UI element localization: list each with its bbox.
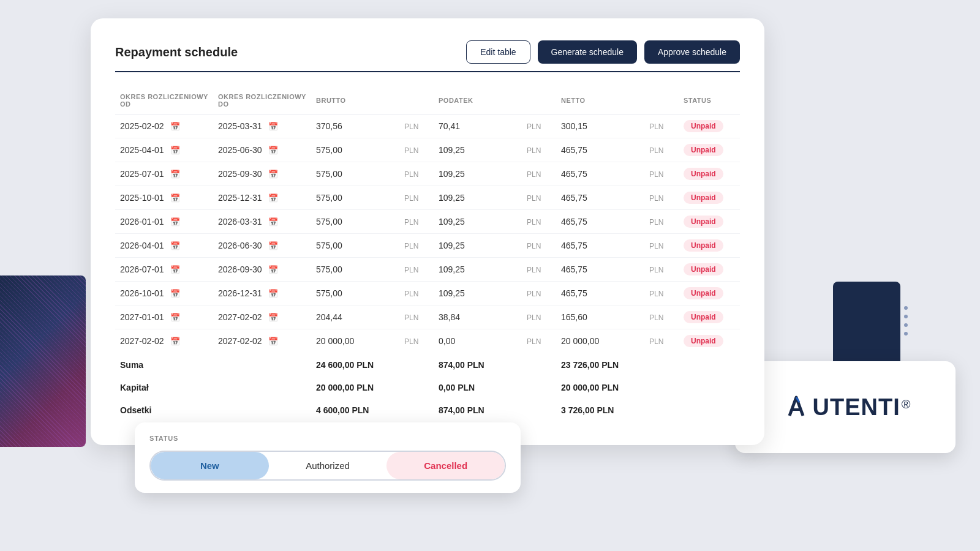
generate-schedule-button[interactable]: Generate schedule [538,40,637,64]
table-row: 2027-01-01 📅 2027-02-02 📅 204,44 PLN 38,… [115,305,740,329]
status-badge-1: Unpaid [684,144,723,156]
summary-brutto-1: 20 000,00 PLN [311,375,434,398]
autenti-card: UTENTI ® [735,361,956,453]
summary-empty-2 [213,398,311,421]
cell-to-0: 2025-03-31 📅 [213,114,311,138]
cell-status-0: Unpaid [679,114,740,138]
bg-right-dots [904,306,908,335]
cell-netto-9: 20 000,00 [556,329,642,353]
cell-status-7: Unpaid [679,282,740,305]
cell-to-1: 2025-06-30 📅 [213,138,311,162]
calendar-from-icon-6[interactable]: 📅 [170,265,180,274]
calendar-to-icon-6[interactable]: 📅 [268,265,278,274]
bg-left-overlay [0,276,86,447]
calendar-to-icon-0[interactable]: 📅 [268,122,278,131]
cell-brutto-4: 575,00 [311,210,397,234]
table-row: 2025-02-02 📅 2025-03-31 📅 370,56 PLN 70,… [115,114,740,138]
cell-netto-3: 465,75 [556,186,642,210]
summary-netto-1: 20 000,00 PLN [556,375,740,398]
summary-podatek-1: 0,00 PLN [434,375,556,398]
autenti-logo: UTENTI ® [781,392,910,422]
status-badge-4: Unpaid [684,216,723,228]
cell-podatek-4: 109,25 [434,210,519,234]
calendar-to-icon-8[interactable]: 📅 [268,313,278,322]
table-row: 2026-04-01 📅 2026-06-30 📅 575,00 PLN 109… [115,234,740,258]
summary-row-odsetki: Odsetki 4 600,00 PLN 874,00 PLN 3 726,00… [115,398,740,421]
cell-podatek-pln-0: PLN [519,114,556,138]
calendar-to-icon-2[interactable]: 📅 [268,170,278,179]
calendar-from-icon-4[interactable]: 📅 [170,217,180,227]
status-new-button[interactable]: New [151,452,269,479]
cell-from-1: 2025-04-01 📅 [115,138,213,162]
calendar-to-icon-5[interactable]: 📅 [268,241,278,250]
summary-brutto-0: 24 600,00 PLN [311,353,434,375]
cell-to-2: 2025-09-30 📅 [213,162,311,186]
col-header-brutto: BRUTTO [311,89,397,114]
cell-podatek-8: 38,84 [434,305,519,329]
cell-to-6: 2026-09-30 📅 [213,258,311,282]
cell-brutto-pln-4: PLN [397,210,434,234]
summary-row-kapitał: Kapitał 20 000,00 PLN 0,00 PLN 20 000,00… [115,375,740,398]
calendar-from-icon-8[interactable]: 📅 [170,313,180,322]
cell-netto-pln-8: PLN [642,305,679,329]
cell-netto-6: 465,75 [556,258,642,282]
edit-table-button[interactable]: Edit table [466,40,530,64]
header-buttons: Edit table Generate schedule Approve sch… [466,40,740,64]
cell-status-8: Unpaid [679,305,740,329]
calendar-from-icon-1[interactable]: 📅 [170,146,180,155]
cell-brutto-6: 575,00 [311,258,397,282]
summary-brutto-2: 4 600,00 PLN [311,398,434,421]
cell-netto-pln-5: PLN [642,234,679,258]
status-badge-2: Unpaid [684,168,723,180]
cell-status-6: Unpaid [679,258,740,282]
cell-from-9: 2027-02-02 📅 [115,329,213,353]
calendar-to-icon-1[interactable]: 📅 [268,146,278,155]
autenti-text: UTENTI [813,394,900,421]
calendar-to-icon-9[interactable]: 📅 [268,337,278,346]
page-title: Repayment schedule [115,45,238,59]
cell-podatek-pln-7: PLN [519,282,556,305]
cell-brutto-pln-9: PLN [397,329,434,353]
table-row: 2025-07-01 📅 2025-09-30 📅 575,00 PLN 109… [115,162,740,186]
cell-netto-7: 465,75 [556,282,642,305]
cell-brutto-2: 575,00 [311,162,397,186]
calendar-from-icon-2[interactable]: 📅 [170,170,180,179]
status-badge-5: Unpaid [684,239,723,252]
calendar-from-icon-9[interactable]: 📅 [170,337,180,346]
cell-netto-8: 165,60 [556,305,642,329]
calendar-to-icon-7[interactable]: 📅 [268,289,278,298]
calendar-to-icon-4[interactable]: 📅 [268,217,278,227]
calendar-from-icon-5[interactable]: 📅 [170,241,180,250]
col-header-podatek: PODATEK [434,89,519,114]
calendar-to-icon-3[interactable]: 📅 [268,193,278,203]
cell-brutto-7: 575,00 [311,282,397,305]
calendar-from-icon-0[interactable]: 📅 [170,122,180,131]
cell-netto-pln-1: PLN [642,138,679,162]
status-authorized-button[interactable]: Authorized [269,452,387,479]
summary-row-suma: Suma 24 600,00 PLN 874,00 PLN 23 726,00 … [115,353,740,375]
cell-podatek-pln-1: PLN [519,138,556,162]
autenti-reg: ® [902,397,910,411]
approve-schedule-button[interactable]: Approve schedule [644,40,740,64]
calendar-from-icon-3[interactable]: 📅 [170,193,180,203]
cell-podatek-1: 109,25 [434,138,519,162]
cell-brutto-5: 575,00 [311,234,397,258]
table-row: 2025-10-01 📅 2025-12-31 📅 575,00 PLN 109… [115,186,740,210]
cell-to-8: 2027-02-02 📅 [213,305,311,329]
status-cancelled-button[interactable]: Cancelled [386,452,505,479]
cell-podatek-9: 0,00 [434,329,519,353]
status-buttons: New Authorized Cancelled [149,451,506,481]
cell-brutto-pln-8: PLN [397,305,434,329]
table-row: 2026-10-01 📅 2026-12-31 📅 575,00 PLN 109… [115,282,740,305]
col-header-to: OKRES ROZLICZENIOWY DO [213,89,311,114]
calendar-from-icon-7[interactable]: 📅 [170,289,180,298]
cell-podatek-pln-5: PLN [519,234,556,258]
col-header-from: OKRES ROZLICZENIOWY OD [115,89,213,114]
cell-netto-pln-6: PLN [642,258,679,282]
cell-brutto-3: 575,00 [311,186,397,210]
cell-from-5: 2026-04-01 📅 [115,234,213,258]
cell-netto-pln-9: PLN [642,329,679,353]
cell-netto-0: 300,15 [556,114,642,138]
cell-netto-2: 465,75 [556,162,642,186]
status-card: STATUS New Authorized Cancelled [135,422,521,493]
